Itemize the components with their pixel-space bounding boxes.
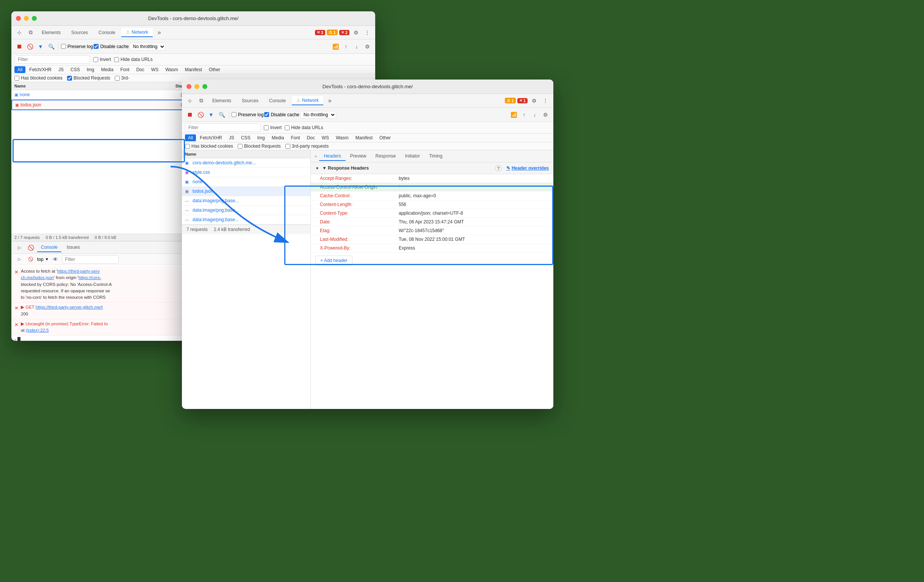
disable-cache-checkbox[interactable]: [94, 44, 99, 49]
type-font-1[interactable]: Font: [117, 66, 132, 73]
type-manifest-2[interactable]: Manifest: [353, 135, 376, 141]
invert-label[interactable]: Invert: [93, 57, 111, 62]
tab-console-1[interactable]: Console: [94, 28, 120, 37]
search-btn-2[interactable]: 🔍: [217, 110, 227, 120]
preserve-log-label-2[interactable]: Preserve log: [231, 112, 263, 117]
layers-icon-2[interactable]: ⧉: [196, 96, 206, 106]
filter-btn-2[interactable]: ▼: [206, 110, 216, 120]
panel-close-btn[interactable]: ×: [312, 153, 319, 159]
third-party-checkbox[interactable]: [115, 76, 120, 81]
tab-sources-2[interactable]: Sources: [237, 97, 263, 105]
panel-tab-response[interactable]: Response: [371, 152, 400, 161]
tab-elements-1[interactable]: Elements: [37, 28, 65, 37]
table-row[interactable]: — data:image/png;base...: [182, 215, 310, 225]
preserve-log-checkbox-2[interactable]: [231, 112, 236, 117]
type-js-1[interactable]: JS: [55, 66, 67, 73]
type-img-1[interactable]: Img: [84, 66, 97, 73]
wifi-icon[interactable]: 📶: [330, 42, 340, 51]
console-block-icon[interactable]: 🚫: [26, 255, 36, 264]
eye-icon[interactable]: 👁: [50, 255, 60, 264]
hide-data-label-2[interactable]: Hide data URLs: [285, 125, 323, 130]
disable-cache-label[interactable]: Disable cache: [94, 44, 129, 49]
blocked-requests-label-2[interactable]: Blocked Requests: [238, 143, 281, 149]
blocked-cookies-label-2[interactable]: Has blocked cookies: [185, 143, 233, 149]
type-all-2[interactable]: All: [185, 135, 196, 141]
type-wasm-2[interactable]: Wasm: [333, 135, 352, 141]
download-icon-2[interactable]: ↓: [530, 110, 540, 120]
table-row[interactable]: — data:image/png;base...: [182, 206, 310, 215]
minimize-button-2[interactable]: [195, 84, 200, 89]
console-tab[interactable]: Console: [37, 243, 61, 252]
table-row[interactable]: ▣ style.css: [182, 168, 310, 177]
layers-icon[interactable]: ⧉: [26, 28, 36, 38]
panel-tab-timing[interactable]: Timing: [424, 152, 447, 161]
blocked-cookies-checkbox-2[interactable]: [185, 144, 190, 149]
panel-tab-headers[interactable]: Headers: [319, 152, 345, 161]
clear-btn-2[interactable]: 🚫: [196, 110, 205, 120]
type-fetch-2[interactable]: Fetch/XHR: [197, 135, 225, 141]
panel-tab-initiator[interactable]: Initiator: [401, 152, 424, 161]
blocked-cookies-checkbox[interactable]: [15, 76, 19, 81]
throttle-select-2[interactable]: No throttling: [300, 111, 336, 118]
console-filter-input[interactable]: [62, 255, 119, 263]
invert-checkbox[interactable]: [93, 57, 98, 62]
type-doc-2[interactable]: Doc: [304, 135, 318, 141]
filter-input-1[interactable]: [15, 55, 90, 64]
panel-tab-preview[interactable]: Preview: [346, 152, 371, 161]
throttle-select[interactable]: No throttling: [130, 43, 166, 50]
stop-btn-2[interactable]: ⏹: [185, 110, 195, 120]
blocked-cookies-label[interactable]: Has blocked cookies: [15, 76, 63, 81]
type-js-2[interactable]: JS: [226, 135, 237, 141]
invert-checkbox-2[interactable]: [264, 125, 269, 130]
blocked-requests-label[interactable]: Blocked Requests: [67, 76, 110, 81]
tab-network-2[interactable]: ⚠ Network: [292, 96, 323, 105]
console-play-icon[interactable]: ▷: [15, 255, 24, 264]
table-row[interactable]: — data:image/png;base...: [182, 196, 310, 206]
hide-data-checkbox-2[interactable]: [285, 125, 290, 130]
minimize-button-1[interactable]: [24, 16, 29, 21]
console-link-2[interactable]: https://cors-: [78, 275, 101, 280]
invert-label-2[interactable]: Invert: [264, 125, 282, 130]
hide-data-label[interactable]: Hide data URLs: [114, 57, 153, 62]
third-party-label[interactable]: 3rd-: [115, 76, 129, 81]
third-party-checkbox-2[interactable]: [285, 144, 290, 149]
type-img-2[interactable]: Img: [254, 135, 268, 141]
upload-icon[interactable]: ↑: [341, 42, 351, 51]
cursor-icon[interactable]: ⊹: [15, 28, 24, 38]
hide-data-checkbox[interactable]: [114, 57, 119, 62]
tab-elements-2[interactable]: Elements: [208, 97, 236, 105]
issues-tab[interactable]: Issues: [63, 243, 84, 252]
close-button-2[interactable]: [186, 84, 191, 89]
filter-btn[interactable]: ▼: [36, 42, 46, 51]
blocked-requests-checkbox[interactable]: [67, 76, 72, 81]
type-ws-2[interactable]: WS: [319, 135, 332, 141]
upload-icon-2[interactable]: ↑: [519, 110, 529, 120]
tab-sources-1[interactable]: Sources: [67, 28, 92, 37]
header-override-btn[interactable]: ✎ Header overrides: [507, 166, 549, 171]
third-party-label-2[interactable]: 3rd-party requests: [285, 143, 328, 149]
console-clear-btn[interactable]: 🚫: [26, 243, 36, 253]
wifi-icon-2[interactable]: 📶: [508, 110, 518, 120]
tab-network-1[interactable]: ⚠ Network: [121, 28, 153, 37]
blocked-requests-checkbox-2[interactable]: [238, 144, 243, 149]
close-button-1[interactable]: [16, 16, 21, 21]
type-font-2[interactable]: Font: [288, 135, 303, 141]
disable-cache-label-2[interactable]: Disable cache: [264, 112, 299, 117]
tab-console-2[interactable]: Console: [264, 97, 290, 105]
context-selector[interactable]: top ▼: [37, 257, 49, 262]
search-btn[interactable]: 🔍: [46, 42, 56, 51]
console-mode-icon[interactable]: ▷: [15, 243, 24, 253]
settings-icon-2[interactable]: ⚙: [529, 96, 539, 106]
type-css-1[interactable]: CSS: [68, 66, 83, 73]
gear-icon-2[interactable]: ⚙: [540, 110, 550, 120]
more-tabs-icon-2[interactable]: »: [325, 96, 335, 106]
table-row-selected-2[interactable]: ▣ todos.json: [182, 187, 310, 196]
more-icon-1[interactable]: ⋮: [362, 28, 372, 38]
more-icon-2[interactable]: ⋮: [540, 96, 550, 106]
preserve-log-label[interactable]: Preserve log: [61, 44, 93, 49]
console-link-4[interactable]: (index):22:5: [26, 328, 49, 332]
table-row[interactable]: ▣ cors-demo-devtools.glitch.me...: [182, 158, 310, 168]
cursor-icon-2[interactable]: ⊹: [185, 96, 195, 106]
type-other-2[interactable]: Other: [376, 135, 394, 141]
type-all-1[interactable]: All: [15, 66, 25, 73]
